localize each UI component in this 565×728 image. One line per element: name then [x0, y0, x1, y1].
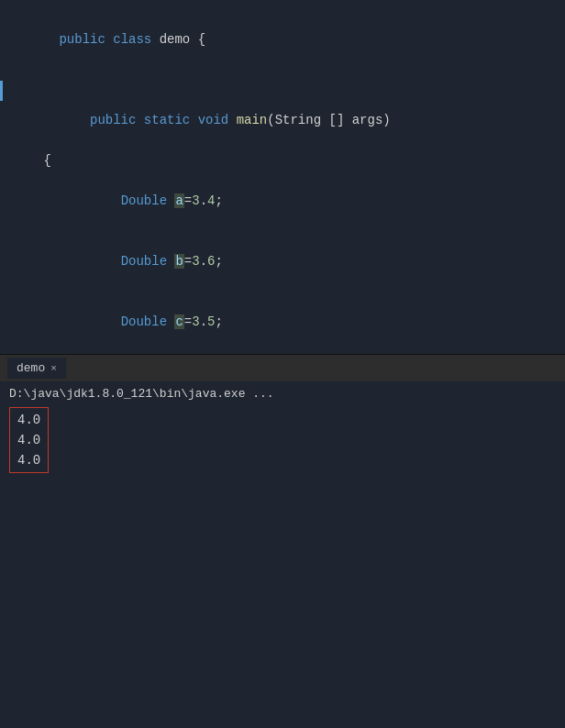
- var-c: c: [174, 314, 183, 329]
- console-output-box: 4.0 4.0 4.0: [9, 407, 49, 473]
- code-line-main: public static void main(String [] args): [0, 90, 565, 150]
- console-path: D:\java\jdk1.8.0_121\bin\java.exe ...: [9, 385, 556, 403]
- code-line-b: Double b=3.6;: [0, 231, 565, 292]
- method-main: main: [237, 113, 268, 127]
- left-gutter-accent: [0, 81, 3, 101]
- console-tab-label: demo: [17, 361, 45, 375]
- keyword-public-static-void: public static void: [90, 113, 228, 127]
- num-3b: 3: [192, 254, 199, 269]
- code-line-open-brace: {: [0, 150, 565, 171]
- output-line-3: 4.0: [17, 450, 40, 470]
- code-line-blank2: [0, 352, 565, 354]
- console-tab-close[interactable]: ×: [50, 363, 57, 374]
- type-double-a: Double: [121, 193, 167, 208]
- keyword-public-class: public class: [59, 32, 151, 47]
- console-tab-bar: demo ×: [0, 354, 565, 381]
- var-b: b: [174, 254, 183, 269]
- var-a: a: [174, 193, 183, 208]
- type-double-c: Double: [121, 314, 167, 329]
- code-line-a: Double a=3.4;: [0, 171, 565, 231]
- code-line-1: public class demo {: [0, 9, 565, 70]
- console-tab-demo[interactable]: demo ×: [7, 358, 66, 379]
- num-3: 3: [192, 193, 199, 208]
- code-line-blank: [0, 70, 565, 90]
- code-line-c: Double c=3.5;: [0, 292, 565, 352]
- output-line-2: 4.0: [17, 430, 40, 450]
- type-double-b: Double: [121, 254, 167, 269]
- code-editor: public class demo { public static void m…: [0, 0, 565, 354]
- console-output-panel: D:\java\jdk1.8.0_121\bin\java.exe ... 4.…: [0, 381, 565, 728]
- num-3c: 3: [192, 314, 199, 329]
- output-line-1: 4.0: [17, 410, 40, 430]
